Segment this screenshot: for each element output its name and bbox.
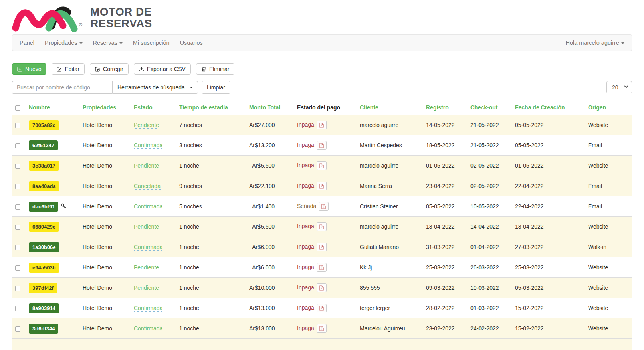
row-checkbox[interactable] (15, 326, 20, 332)
reservation-code-badge[interactable]: 6680429c (29, 222, 59, 232)
trash-icon (201, 67, 206, 72)
status-link[interactable]: Confirmada (134, 305, 162, 312)
nav-item-propiedades[interactable]: Propiedades (40, 35, 87, 51)
page-size-select[interactable]: 20 (606, 81, 632, 93)
column-header-registro[interactable]: Registro (423, 99, 467, 115)
search-tools-button[interactable]: Herramientas de búsqueda (112, 81, 198, 94)
caret-down-icon (621, 42, 624, 44)
select-all-checkbox[interactable] (15, 105, 20, 111)
nav-item-usuarios[interactable]: Usuarios (175, 35, 208, 51)
pdf-button[interactable] (317, 324, 327, 333)
nav-item-panel[interactable]: Panel (14, 35, 40, 51)
amount-cell: Ar$6.000 (246, 237, 294, 257)
nav-item-reservas[interactable]: Reservas (88, 35, 128, 51)
edit-icon (57, 67, 62, 72)
pdf-button[interactable] (317, 304, 327, 312)
reservation-code-badge[interactable]: 8a903914 (29, 303, 59, 313)
row-checkbox[interactable] (15, 164, 20, 169)
status-link[interactable]: Confirmada (134, 244, 162, 251)
status-link[interactable]: Pendiente (134, 223, 159, 230)
registro-cell: 23-02-2022 (423, 318, 467, 339)
reservation-code-badge[interactable]: 62f61247 (29, 140, 58, 150)
search-input[interactable] (12, 81, 112, 94)
row-checkbox[interactable] (15, 184, 20, 189)
created-date-cell: 05-03-2022 (512, 278, 585, 298)
user-menu[interactable]: Hola marcelo aguirre (558, 35, 632, 51)
status-link[interactable]: Confirmada (134, 203, 162, 210)
clear-button-label: Limpiar (207, 84, 225, 91)
origin-cell: Email (585, 196, 632, 217)
origin-cell: Website (585, 278, 632, 298)
pdf-button[interactable] (317, 283, 327, 292)
column-header-estado-del-pago: Estado del pago (294, 99, 357, 115)
pdf-button[interactable] (317, 182, 327, 190)
row-checkbox[interactable] (15, 204, 20, 210)
reservation-code-badge[interactable]: e94a503b (29, 263, 59, 273)
pdf-file-icon (321, 204, 326, 209)
column-header-fecha-de-creaci-n[interactable]: Fecha de Creación (512, 99, 585, 115)
status-link[interactable]: Pendiente (134, 264, 159, 271)
row-checkbox[interactable] (15, 265, 20, 271)
status-link[interactable]: Cancelada (134, 183, 161, 190)
registro-cell: 23-04-2022 (423, 176, 467, 196)
checkout-cell: 26-03-2022 (467, 257, 512, 278)
pdf-button[interactable] (317, 222, 327, 231)
property-cell: Hotel Demo (79, 176, 131, 196)
status-link[interactable]: Confirmada (134, 142, 162, 149)
editar-button[interactable]: Editar (52, 63, 85, 75)
app-logo[interactable]: ® (12, 4, 84, 32)
column-header-monto-total[interactable]: Monto Total (246, 99, 294, 115)
pdf-button[interactable] (317, 263, 327, 272)
checkout-cell: 21-05-2022 (467, 135, 512, 156)
status-link[interactable]: Pendiente (134, 285, 159, 291)
column-header-cliente[interactable]: Cliente (357, 99, 423, 115)
clear-button[interactable]: Limpiar (202, 81, 230, 94)
row-checkbox[interactable] (15, 245, 20, 250)
client-cell: terger lerger (357, 298, 423, 318)
checkout-cell: 10-05-2022 (467, 196, 512, 217)
nav-item-mi-suscripci-n[interactable]: Mi suscripción (128, 35, 175, 51)
payment-status: Inpaga (297, 305, 314, 311)
column-header-tiempo-de-estad-a[interactable]: Tiempo de estadía (176, 99, 246, 115)
client-cell: marcelo aguirre (357, 115, 423, 135)
registered-trademark: ® (79, 22, 82, 27)
table-row: 1a30b06e Hotel Demo Confirmada 1 noche A… (12, 237, 632, 257)
payment-status: Inpaga (297, 142, 314, 148)
row-checkbox[interactable] (15, 143, 20, 148)
row-checkbox[interactable] (15, 123, 20, 128)
reservation-code-badge[interactable]: 1a30b06e (29, 242, 59, 252)
origin-cell: Email (585, 176, 632, 196)
row-checkbox[interactable] (15, 286, 20, 291)
reservation-code-badge[interactable]: 8aa40ada (29, 181, 59, 191)
row-checkbox[interactable] (15, 306, 20, 311)
reservation-code-badge[interactable]: 7005a82c (29, 120, 59, 130)
pdf-button[interactable] (317, 243, 327, 251)
nuevo-button[interactable]: Nuevo (12, 63, 46, 75)
corregir-button[interactable]: Corregir (90, 63, 129, 75)
column-header-check-out[interactable]: Check-out (467, 99, 512, 115)
eliminar-button[interactable]: Eliminar (196, 63, 235, 75)
reservation-code-badge[interactable]: dac6bf91 (29, 202, 58, 212)
reservation-code-badge[interactable]: 3d6df344 (29, 324, 58, 334)
status-link[interactable]: Confirmada (134, 325, 162, 332)
pdf-button[interactable] (317, 121, 327, 129)
property-cell: Hotel Demo (79, 196, 131, 217)
column-header-estado[interactable]: Estado (131, 99, 176, 115)
payment-status: Inpaga (297, 182, 314, 189)
pdf-button[interactable] (317, 161, 327, 170)
column-header-origen[interactable]: Origen (585, 99, 632, 115)
column-header-propiedades[interactable]: Propiedades (79, 99, 131, 115)
status-link[interactable]: Pendiente (134, 162, 159, 169)
exportar-a-csv-button[interactable]: Exportar a CSV (134, 63, 191, 75)
status-link[interactable]: Pendiente (134, 122, 159, 129)
reservation-code-badge[interactable]: 397df42f (29, 283, 57, 293)
pdf-button[interactable] (319, 202, 329, 211)
reservation-code-badge[interactable]: 3c38a017 (29, 161, 59, 171)
stay-cell: 1 noche (176, 278, 246, 298)
caret-down-icon (119, 42, 123, 44)
column-header-nombre[interactable]: Nombre (26, 99, 79, 115)
search-tools-label: Herramientas de búsqueda (117, 84, 185, 91)
pdf-button[interactable] (317, 141, 327, 150)
origin-cell: Website (585, 298, 632, 318)
row-checkbox[interactable] (15, 225, 20, 230)
